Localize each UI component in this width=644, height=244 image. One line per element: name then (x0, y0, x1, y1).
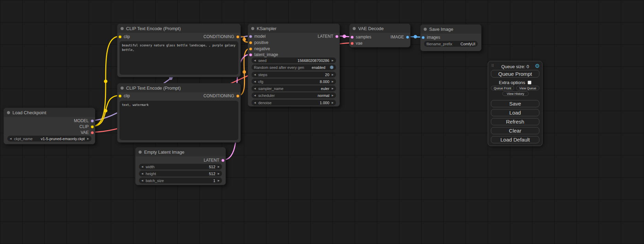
decrement-arrow-icon[interactable]: ◀ (10, 137, 11, 140)
prompt-textarea[interactable]: text, watermark (120, 101, 238, 140)
slot-dot-conditioning[interactable] (236, 35, 239, 38)
slot-label: latent_image (254, 52, 278, 57)
link-midpoint-dot[interactable] (414, 35, 417, 38)
decrement-arrow-icon[interactable]: ◀ (254, 94, 256, 97)
widget-value: normal (318, 93, 329, 98)
load-default-button[interactable]: Load Default (491, 136, 539, 143)
slot-dot-vae[interactable] (91, 131, 94, 134)
increment-arrow-icon[interactable]: ▶ (332, 80, 334, 83)
increment-arrow-icon[interactable]: ▶ (332, 87, 334, 90)
view-history-button[interactable]: View History (502, 91, 529, 96)
node-header[interactable]: KSampler (248, 24, 339, 33)
slot-dot-conditioning[interactable] (236, 94, 239, 98)
load-button[interactable]: Load (491, 109, 539, 116)
decrement-arrow-icon[interactable]: ◀ (254, 59, 256, 62)
link-midpoint-dot[interactable] (343, 35, 346, 38)
refresh-button[interactable]: Refresh (491, 118, 539, 125)
view-queue-button[interactable]: View Queue (516, 86, 539, 90)
node-clip-text-encode-negative[interactable]: CLIP Text Encode (Prompt) clip CONDITION… (117, 83, 241, 143)
decrement-arrow-icon[interactable]: ◀ (141, 165, 143, 168)
node-header[interactable]: CLIP Text Encode (Prompt) (117, 24, 240, 33)
increment-arrow-icon[interactable]: ▶ (218, 179, 220, 182)
widget-random-seed-toggle[interactable]: Random seed after every gen enabled (252, 64, 336, 70)
slot-dot-clip[interactable] (91, 125, 94, 128)
widget-value: 156680208700286 (298, 58, 329, 63)
decrement-arrow-icon[interactable]: ◀ (254, 87, 256, 90)
slot-dot-clip[interactable] (118, 35, 122, 38)
extra-options-checkbox[interactable] (528, 81, 531, 84)
increment-arrow-icon[interactable]: ▶ (218, 165, 220, 168)
node-header[interactable]: Load Checkpoint (4, 108, 95, 117)
increment-arrow-icon[interactable]: ▶ (332, 94, 334, 97)
link-midpoint-dot[interactable] (242, 38, 246, 41)
collapse-dot[interactable] (121, 27, 124, 30)
node-empty-latent-image[interactable]: Empty Latent Image LATENT ◀ width 512 ▶ … (135, 147, 226, 185)
slot-label: clip (124, 93, 130, 98)
node-header[interactable]: CLIP Text Encode (Prompt) (117, 83, 240, 92)
node-clip-text-encode-positive[interactable]: CLIP Text Encode (Prompt) clip CONDITION… (117, 24, 241, 77)
slot-dot-vae[interactable] (351, 42, 354, 45)
node-title: KSampler (257, 26, 276, 31)
slot-dot-model[interactable] (91, 119, 94, 123)
node-header[interactable]: Empty Latent Image (135, 147, 226, 156)
decrement-arrow-icon[interactable]: ◀ (141, 179, 143, 182)
widget-ckpt-name[interactable]: ◀ ckpt_name v1-5-pruned-emaonly.ckpt ▶ (7, 136, 91, 142)
node-load-checkpoint[interactable]: Load Checkpoint MODEL CLIP VAE ◀ ckpt_na… (3, 108, 95, 144)
slot-label: images (427, 35, 440, 40)
widget-denoise[interactable]: ◀ denoise 1.000 ▶ (252, 100, 336, 106)
slot-dot-latent[interactable] (351, 36, 354, 39)
link-midpoint-dot[interactable] (104, 80, 107, 83)
widget-width[interactable]: ◀ width 512 ▶ (139, 164, 222, 170)
increment-arrow-icon[interactable]: ▶ (332, 101, 334, 104)
slot-dot-conditioning[interactable] (249, 41, 252, 44)
collapse-dot[interactable] (353, 27, 356, 30)
decrement-arrow-icon[interactable]: ◀ (254, 80, 256, 83)
toggle-knob[interactable] (330, 65, 334, 69)
prompt-textarea[interactable]: beautiful scenery nature glass bottle la… (120, 41, 238, 75)
collapse-dot[interactable] (121, 87, 124, 90)
node-ksampler[interactable]: KSampler model positive negative latent_… (248, 24, 340, 107)
decrement-arrow-icon[interactable]: ◀ (254, 101, 256, 104)
save-button[interactable]: Save (491, 100, 539, 107)
output-slot-image: IMAGE (390, 34, 409, 40)
node-vae-decode[interactable]: VAE Decode samples vae IMAGE (349, 24, 411, 47)
slot-dot-image[interactable] (406, 36, 409, 39)
decrement-arrow-icon[interactable]: ◀ (141, 172, 143, 175)
widget-seed[interactable]: ◀ seed 156680208700286 ▶ (252, 57, 336, 63)
increment-arrow-icon[interactable]: ▶ (218, 172, 220, 175)
settings-gear-icon[interactable]: ⚙ (535, 63, 540, 69)
queue-prompt-button[interactable]: Queue Prompt (491, 70, 539, 78)
collapse-dot[interactable] (7, 111, 10, 114)
decrement-arrow-icon[interactable]: ◀ (254, 73, 256, 76)
widget-label: denoise (258, 101, 272, 105)
widget-steps[interactable]: ◀ steps 20 ▶ (252, 72, 336, 78)
node-save-image[interactable]: Save Image images filename_prefix ComfyU… (420, 24, 482, 51)
increment-arrow-icon[interactable]: ▶ (332, 59, 334, 62)
queue-front-button[interactable]: Queue Front (491, 86, 514, 90)
increment-arrow-icon[interactable]: ▶ (87, 137, 89, 140)
slot-dot-image[interactable] (422, 36, 425, 39)
widget-height[interactable]: ◀ height 512 ▶ (139, 171, 222, 177)
slot-dot-latent[interactable] (249, 53, 252, 56)
widget-filename-prefix[interactable]: filename_prefix ComfyUI (424, 41, 478, 47)
collapse-dot[interactable] (139, 151, 142, 154)
node-header[interactable]: VAE Decode (350, 24, 410, 33)
widget-cfg[interactable]: ◀ cfg 8.000 ▶ (252, 79, 336, 84)
increment-arrow-icon[interactable]: ▶ (332, 73, 334, 76)
collapse-dot[interactable] (424, 28, 427, 31)
widget-sampler-name[interactable]: ◀ sampler_name euler ▶ (252, 85, 336, 91)
slot-dot-model[interactable] (249, 35, 252, 38)
slot-dot-latent[interactable] (221, 159, 224, 162)
widget-scheduler[interactable]: ◀ scheduler normal ▶ (252, 92, 336, 98)
widget-batch-size[interactable]: ◀ batch_size 1 ▶ (139, 178, 222, 183)
collapse-dot[interactable] (251, 27, 254, 30)
node-title: Load Checkpoint (12, 110, 46, 115)
clear-button[interactable]: Clear (491, 127, 539, 134)
slot-dot-clip[interactable] (118, 94, 122, 98)
slot-dot-latent[interactable] (335, 35, 338, 38)
link-midpoint-dot[interactable] (242, 70, 246, 74)
slot-dot-conditioning[interactable] (249, 47, 252, 51)
link-midpoint-dot[interactable] (104, 109, 107, 112)
widget-value: 8.000 (320, 80, 329, 84)
node-header[interactable]: Save Image (421, 25, 481, 34)
